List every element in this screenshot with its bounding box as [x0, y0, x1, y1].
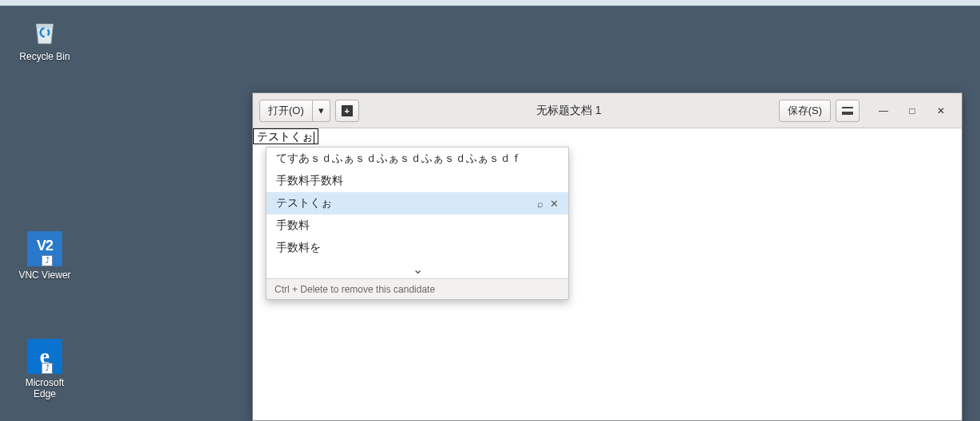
ime-candidate-text: 手数料 — [276, 218, 310, 233]
text-caret — [314, 132, 314, 144]
close-icon[interactable]: ✕ — [550, 198, 559, 210]
chevron-down-icon: ▾ — [318, 104, 324, 116]
ime-composition-text: テストくぉ — [257, 130, 313, 143]
ime-candidate[interactable]: 手数料手数料 — [267, 170, 568, 192]
new-tab-button[interactable] — [335, 100, 359, 122]
ime-candidate-text: テストくぉ — [276, 196, 332, 210]
ime-candidate[interactable]: 手数料 — [267, 214, 568, 237]
desktop-icon-label: VNC Viewer — [13, 270, 77, 281]
hamburger-menu-button[interactable] — [836, 100, 859, 122]
ime-composition-box[interactable]: テストくぉ — [253, 128, 318, 144]
ime-candidate-text: 手数料手数料 — [276, 174, 343, 188]
open-button[interactable]: 打开(O) — [259, 100, 313, 122]
shortcut-overlay-icon: ⤴ — [41, 255, 53, 266]
search-icon[interactable]: ⌕ — [537, 198, 543, 210]
window-controls: — □ ✕ — [869, 100, 955, 122]
ime-candidate-selected[interactable]: テストくぉ ⌕ ✕ — [267, 192, 568, 214]
recycle-bin-icon — [28, 14, 61, 48]
ime-candidate-popup: てすあｓｄふぁｓｄふぁｓｄふぁｓｄふぁｓｄｆ 手数料手数料 テストくぉ ⌕ ✕ … — [266, 147, 569, 300]
minimize-button[interactable]: — — [869, 100, 898, 122]
close-button[interactable]: ✕ — [927, 100, 955, 122]
desktop-icon-label: Recycle Bin — [13, 51, 77, 62]
ime-candidate[interactable]: 手数料を — [267, 237, 568, 259]
new-document-icon — [342, 105, 353, 116]
chevron-down-icon: ⌄ — [413, 262, 423, 277]
desktop-icon-label: Microsoft Edge — [13, 377, 77, 399]
open-dropdown-button[interactable]: ▾ — [313, 100, 330, 122]
ime-expand-button[interactable]: ⌄ — [267, 259, 568, 278]
ime-candidate[interactable]: てすあｓｄふぁｓｄふぁｓｄふぁｓｄふぁｓｄｆ — [267, 148, 568, 170]
shortcut-overlay-icon: ⤴ — [41, 363, 53, 374]
desktop-icon-microsoft-edge[interactable]: e ⤴ Microsoft Edge — [13, 339, 77, 399]
ime-candidate-text: てすあｓｄふぁｓｄふぁｓｄふぁｓｄふぁｓｄｆ — [276, 151, 522, 166]
desktop-icon-recycle-bin[interactable]: Recycle Bin — [13, 14, 77, 62]
ime-candidate-text: 手数料を — [276, 241, 321, 255]
ime-hint-bar: Ctrl + Delete to remove this candidate — [267, 278, 568, 299]
desktop-icon-vnc-viewer[interactable]: V2 ⤴ VNC Viewer — [13, 231, 77, 281]
window-title: 无标题文档 1 — [364, 104, 774, 118]
hamburger-icon — [842, 107, 853, 115]
maximize-button[interactable]: □ — [898, 100, 927, 122]
open-button-group: 打开(O) ▾ — [259, 100, 330, 122]
titlebar: 打开(O) ▾ 无标题文档 1 保存(S) — □ ✕ — [253, 93, 962, 128]
remote-session-topbar — [0, 0, 980, 6]
save-button[interactable]: 保存(S) — [779, 100, 831, 122]
